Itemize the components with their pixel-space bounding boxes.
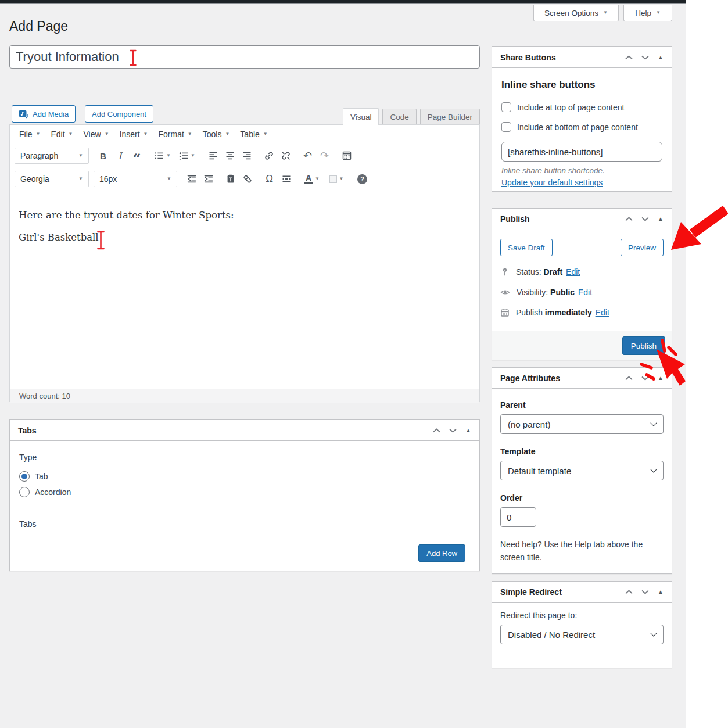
text-color-button[interactable]: A ▼ [300,171,324,187]
menu-format[interactable]: Format▼ [153,125,197,144]
page-title-input[interactable] [9,45,480,69]
italic-icon: I [118,150,121,162]
move-down-icon[interactable] [641,590,649,594]
outdent-button[interactable] [183,171,200,187]
share-buttons-header[interactable]: Share Buttons ▲ [492,47,672,68]
redo-button[interactable]: ↷ [316,148,333,163]
add-row-button[interactable]: Add Row [418,544,465,562]
template-select[interactable]: Default template [500,461,664,480]
tab-visual[interactable]: Visual [343,108,379,125]
edit-status-link[interactable]: Edit [566,267,580,277]
publish-header[interactable]: Publish ▲ [492,209,672,229]
screen-options-button[interactable]: Screen Options ▼ [533,5,619,21]
include-top-option[interactable]: Include at top of page content [501,102,662,112]
publish-metabox: Publish ▲ Save Draft Preview Status: Dra… [492,208,672,360]
font-size-select[interactable]: 16px ▼ [94,171,177,187]
indent-button[interactable] [200,171,217,187]
radio-button[interactable] [19,487,30,497]
radio-button[interactable] [19,471,30,482]
blockquote-button[interactable]: “ [128,148,145,163]
collapse-toggle-icon[interactable]: ▲ [658,589,664,595]
tabs-metabox-title: Tabs [18,426,37,435]
paste-as-text-button[interactable] [222,171,239,187]
undo-button[interactable]: ↶ [299,148,316,163]
help-label: Help [635,9,651,17]
background-color-icon [329,175,337,183]
align-left-button[interactable] [205,148,221,163]
save-draft-button[interactable]: Save Draft [500,239,553,256]
collapse-toggle-icon[interactable]: ▲ [465,427,471,433]
menu-table-label: Table [240,130,259,139]
edit-schedule-link[interactable]: Edit [596,308,609,317]
order-input[interactable] [500,507,536,527]
numbered-list-button[interactable]: ▼ [175,148,199,163]
move-up-icon[interactable] [625,217,633,221]
remove-link-button[interactable] [277,148,294,163]
tab-code-label: Code [390,113,408,121]
horizontal-rule-button[interactable] [278,171,295,187]
editor-menubar: File▼ Edit▼ View▼ Insert▼ Format▼ Tools▼… [10,125,479,144]
insert-link-button[interactable] [260,148,277,163]
tabs-metabox-header[interactable]: Tabs ▲ [10,420,479,441]
undo-icon: ↶ [303,150,312,161]
include-bottom-option[interactable]: Include at bottom of page content [501,122,662,132]
page-attributes-header[interactable]: Page Attributes ▲ [492,368,672,389]
bold-icon: B [100,151,106,161]
publish-button[interactable]: Publish [622,336,665,355]
move-up-icon[interactable] [433,428,440,433]
status-row: Status: Draft Edit [500,267,664,277]
dropdown-caret-icon: ▼ [144,132,148,137]
menu-tools[interactable]: Tools▼ [198,125,235,144]
move-down-icon[interactable] [641,376,649,381]
align-center-icon [225,151,235,160]
move-up-icon[interactable] [625,590,633,594]
move-down-icon[interactable] [449,428,457,433]
menu-insert[interactable]: Insert▼ [114,125,153,144]
bullet-list-button[interactable]: ▼ [150,148,175,163]
move-up-icon[interactable] [625,55,633,60]
calendar-icon [500,308,510,317]
collapse-toggle-icon[interactable]: ▲ [658,216,664,222]
add-media-button[interactable]: Add Media [12,105,76,123]
radio-option-accordion[interactable]: Accordion [19,487,470,497]
menu-view[interactable]: View▼ [78,125,114,144]
shortcode-input[interactable] [501,142,662,162]
move-down-icon[interactable] [641,217,649,221]
block-format-select[interactable]: Paragraph ▼ [15,148,89,164]
align-right-button[interactable] [238,148,255,163]
radio-option-tab[interactable]: Tab [19,471,470,482]
italic-button[interactable]: I [112,148,128,163]
collapse-toggle-icon[interactable]: ▲ [658,375,664,381]
menu-edit[interactable]: Edit▼ [45,125,78,144]
edit-visibility-link[interactable]: Edit [578,288,592,297]
tab-code[interactable]: Code [382,109,416,124]
special-character-button[interactable]: Ω [261,171,278,187]
menu-file[interactable]: File▼ [14,125,45,144]
preview-button[interactable]: Preview [621,239,664,256]
add-component-button[interactable]: Add Component [85,105,153,123]
checkbox[interactable] [501,122,511,132]
tab-page-builder[interactable]: Page Builder [420,109,480,124]
help-button[interactable]: Help ▼ [623,5,672,21]
omega-icon: Ω [266,173,273,185]
redirect-select[interactable]: Disabled / No Redirect [500,625,664,644]
toolbar-toggle-button[interactable] [338,148,355,163]
clear-formatting-button[interactable] [239,171,256,187]
font-family-select[interactable]: Georgia ▼ [15,171,89,187]
editor-help-button[interactable]: ? [354,171,371,187]
checkbox[interactable] [501,102,511,112]
align-center-button[interactable] [221,148,238,163]
font-family-value: Georgia [20,174,49,184]
parent-select[interactable]: (no parent) [500,414,664,434]
redirect-select-value: Disabled / No Redirect [508,630,595,640]
editor-content-area[interactable]: Here are the tryout dates for Winter Spo… [10,191,479,389]
simple-redirect-header[interactable]: Simple Redirect ▲ [492,582,672,603]
background-color-button[interactable]: ▼ [324,171,349,187]
bold-button[interactable]: B [95,148,112,163]
menu-table[interactable]: Table▼ [235,125,272,144]
collapse-toggle-icon[interactable]: ▲ [658,54,664,60]
word-count: Word count: 10 [19,392,70,400]
move-down-icon[interactable] [641,55,649,60]
move-up-icon[interactable] [625,376,633,381]
update-default-settings-link[interactable]: Update your default settings [501,178,603,187]
